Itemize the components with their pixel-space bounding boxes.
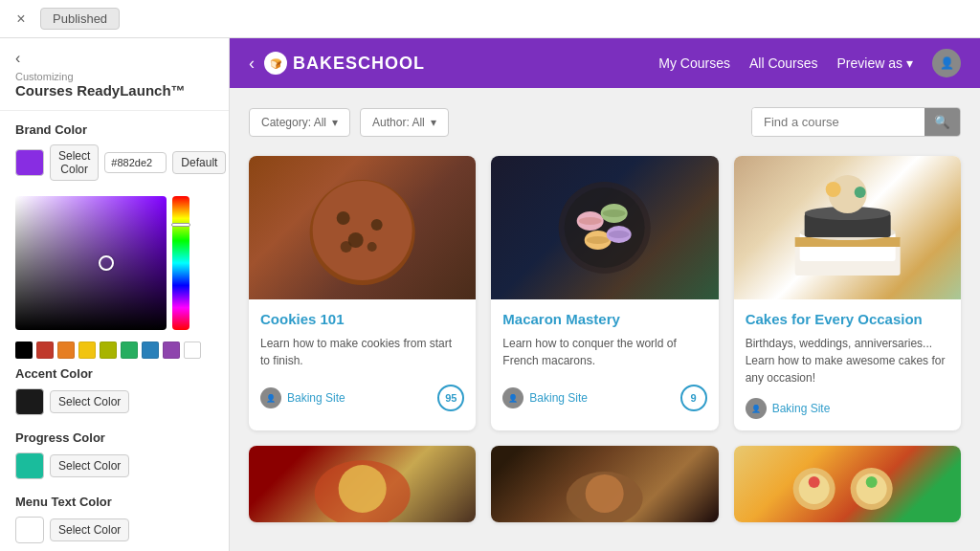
svg-point-5 (368, 242, 377, 252)
swatch-red[interactable] (36, 342, 54, 359)
menu-text-color-row: Select Color (15, 517, 213, 543)
menu-text-color-section: Menu Text Color Select Color (15, 495, 213, 543)
course-desc-3: Birthdays, weddings, anniversaries... Le… (746, 335, 949, 386)
author-avatar-3: 👤 (746, 398, 767, 419)
sidebar-header: ‹ Customizing Courses ReadyLaunch™ (0, 38, 229, 111)
cake-visual (734, 156, 961, 299)
menu-text-color-title: Menu Text Color (15, 495, 213, 509)
brand-select-button[interactable]: Select Color (50, 144, 99, 181)
swatch-green[interactable] (121, 342, 138, 359)
main-layout: ‹ Customizing Courses ReadyLaunch™ Brand… (0, 38, 980, 551)
header-back-button[interactable]: ‹ (249, 54, 255, 74)
preview-chevron-icon: ▾ (906, 55, 913, 71)
course-title-3[interactable]: Cakes for Every Occasion (746, 311, 949, 327)
progress-select-button[interactable]: Select Color (50, 454, 129, 477)
category-filter-label: Category: All (261, 116, 326, 129)
svg-point-12 (603, 209, 626, 217)
brand-default-button[interactable]: Default (172, 151, 226, 174)
cookie-visual (249, 156, 476, 299)
course-title-2[interactable]: Macaron Mastery (502, 311, 706, 327)
svg-point-8 (565, 187, 645, 268)
course-body-3: Cakes for Every Occasion Birthdays, wedd… (734, 299, 961, 430)
sidebar: ‹ Customizing Courses ReadyLaunch™ Brand… (0, 38, 230, 551)
thumb4-visual (249, 446, 476, 522)
category-filter[interactable]: Category: All ▾ (249, 108, 350, 137)
swatch-blue[interactable] (142, 342, 159, 359)
my-courses-nav[interactable]: My Courses (658, 55, 730, 71)
brand-color-section: Brand Color Select Color Default (15, 122, 213, 181)
course-thumb-4 (249, 446, 476, 522)
progress-color-swatch (15, 452, 44, 479)
svg-point-3 (371, 219, 383, 231)
macaron-visual (491, 156, 718, 299)
accent-color-row: Select Color (15, 388, 213, 415)
svg-point-6 (341, 241, 352, 253)
swatch-yellow[interactable] (78, 342, 96, 359)
course-footer-2: 👤 Baking Site 9 (502, 385, 706, 411)
svg-point-2 (337, 211, 350, 225)
swatch-black[interactable] (15, 342, 33, 359)
svg-point-24 (825, 182, 840, 197)
sidebar-title: Courses ReadyLaunch™ (15, 82, 213, 99)
course-thumb-6 (734, 446, 961, 522)
swatch-purple[interactable] (163, 342, 180, 359)
avatar[interactable]: 👤 (932, 49, 961, 77)
author-chevron-icon: ▾ (431, 116, 436, 129)
header-nav: My Courses All Courses Preview as ▾ 👤 (658, 49, 961, 77)
course-thumb-1 (249, 156, 476, 299)
close-button[interactable]: × (11, 10, 31, 29)
menu-text-color-swatch (15, 517, 44, 543)
course-card-5 (491, 446, 718, 522)
course-area: Category: All ▾ Author: All ▾ 🔍 (230, 88, 980, 551)
course-body-2: Macaron Mastery Learn how to conquer the… (491, 299, 718, 423)
course-thumb-2 (491, 156, 718, 299)
search-icon: 🔍 (934, 115, 950, 129)
filter-bar: Category: All ▾ Author: All ▾ 🔍 (249, 107, 961, 137)
author-name-2: Baking Site (529, 391, 588, 405)
color-swatches (15, 342, 213, 359)
svg-point-34 (808, 476, 819, 488)
header-logo: 🍞 BAKESCHOOL (264, 52, 425, 75)
menu-text-select-button[interactable]: Select Color (50, 518, 129, 541)
brand-color-swatch (15, 149, 44, 176)
search-input[interactable] (752, 108, 924, 136)
course-author-2[interactable]: 👤 Baking Site (502, 387, 588, 408)
course-desc-2: Learn how to conquer the world of French… (502, 335, 706, 373)
hue-slider[interactable] (172, 196, 189, 330)
progress-color-row: Select Color (15, 452, 213, 479)
accent-select-button[interactable]: Select Color (50, 390, 129, 413)
lesson-badge-2: 9 (680, 385, 707, 411)
all-courses-nav[interactable]: All Courses (749, 55, 818, 71)
course-desc-1: Learn how to make cookies from start to … (260, 335, 464, 373)
course-thumb-3 (734, 156, 961, 299)
course-author-1[interactable]: 👤 Baking Site (260, 387, 345, 408)
published-badge: Published (40, 8, 120, 30)
course-card-1: Cookies 101 Learn how to make cookies fr… (249, 156, 476, 430)
svg-point-35 (865, 476, 877, 488)
brand-color-row: Select Color Default (15, 144, 213, 181)
course-thumb-5 (491, 446, 718, 522)
swatch-olive[interactable] (100, 342, 117, 359)
content-area: ‹ 🍞 BAKESCHOOL My Courses All Courses Pr… (230, 38, 980, 551)
author-filter[interactable]: Author: All ▾ (360, 108, 449, 137)
author-avatar-1: 👤 (260, 387, 281, 408)
course-title-1[interactable]: Cookies 101 (260, 311, 464, 327)
color-gradient[interactable] (15, 196, 167, 330)
course-card-3: Cakes for Every Occasion Birthdays, wedd… (734, 156, 961, 430)
course-grid: Cookies 101 Learn how to make cookies fr… (249, 156, 961, 522)
course-card-4 (249, 446, 476, 522)
svg-point-1 (313, 181, 412, 280)
swatch-white[interactable] (184, 342, 201, 359)
author-avatar-2: 👤 (502, 387, 523, 408)
top-bar: × Published (0, 0, 980, 38)
swatch-orange[interactable] (57, 342, 75, 359)
course-author-3[interactable]: 👤 Baking Site (746, 398, 831, 419)
course-card-2: Macaron Mastery Learn how to conquer the… (491, 156, 718, 430)
logo-icon: 🍞 (264, 52, 287, 75)
progress-color-section: Progress Color Select Color (15, 430, 213, 479)
sidebar-back-button[interactable]: ‹ (15, 50, 20, 67)
svg-point-14 (587, 236, 610, 244)
brand-hex-input[interactable] (104, 152, 167, 173)
preview-as-nav[interactable]: Preview as ▾ (837, 55, 913, 71)
search-button[interactable]: 🔍 (924, 108, 960, 136)
